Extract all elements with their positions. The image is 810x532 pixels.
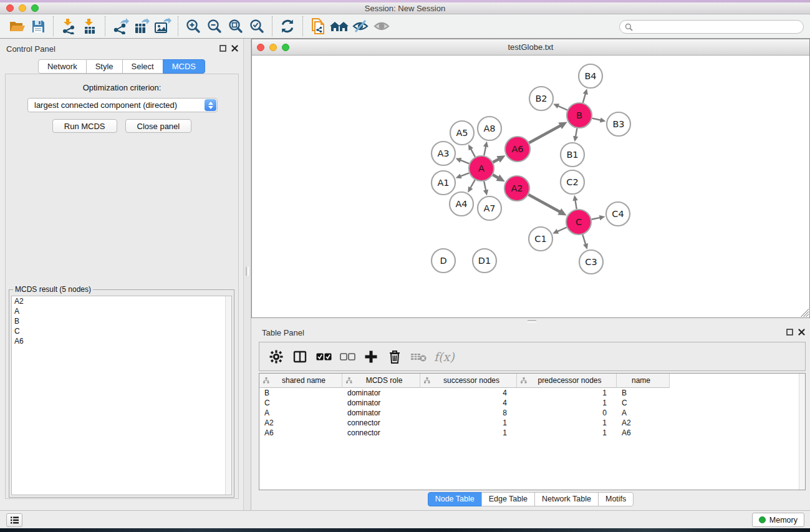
export-network-button[interactable]: [110, 16, 131, 36]
select-all-button[interactable]: [313, 346, 334, 367]
control-panel-tabs: Network Style Select MCDS: [0, 59, 243, 74]
export-image-button[interactable]: [152, 16, 173, 36]
table-row[interactable]: Cdominator41C: [259, 398, 805, 408]
import-table-button[interactable]: [79, 16, 100, 36]
add-column-button[interactable]: [360, 346, 382, 367]
show-graphics-details-button[interactable]: [371, 16, 392, 36]
export-table-icon: [133, 18, 150, 34]
open-session-button[interactable]: [6, 16, 27, 36]
tab-edge-table[interactable]: Edge Table: [481, 492, 535, 506]
graph-node-label: D1: [478, 256, 491, 266]
column-header[interactable]: name: [617, 374, 670, 388]
tab-motifs[interactable]: Motifs: [598, 492, 634, 506]
refresh-button[interactable]: [277, 16, 298, 36]
memory-status-icon: [759, 516, 766, 523]
table-row[interactable]: A2connector11A2: [259, 418, 805, 428]
function-builder-button[interactable]: f(x): [432, 346, 455, 367]
table-cell: 4: [420, 389, 517, 397]
float-panel-icon[interactable]: [219, 45, 226, 52]
result-item[interactable]: C: [12, 326, 231, 336]
graph-node-label: C2: [566, 177, 578, 187]
table-body: Bdominator41BCdominator41CAdominator80AA…: [259, 388, 805, 438]
arrowhead-icon: [583, 243, 588, 249]
result-item[interactable]: B: [12, 316, 231, 326]
table-cell: B: [259, 389, 342, 397]
arrowhead-icon: [573, 136, 578, 142]
memory-button[interactable]: Memory: [752, 513, 804, 527]
duplicate-network-button[interactable]: [307, 16, 329, 36]
table-tabs: Node Table Edge Table Network Table Moti…: [251, 492, 810, 506]
export-table-button[interactable]: [131, 16, 152, 36]
splitter-grip: [246, 267, 249, 276]
refresh-icon: [279, 18, 296, 34]
table-row[interactable]: A6connector11A6: [259, 428, 805, 438]
result-item[interactable]: A2: [12, 296, 231, 306]
zoom-selected-button[interactable]: [246, 16, 268, 36]
resize-grip[interactable]: [801, 309, 809, 317]
arrowhead-icon: [600, 117, 606, 122]
table-row[interactable]: Adominator80A: [259, 408, 805, 418]
mcds-result-title: MCDS result (5 nodes): [13, 285, 93, 294]
graph-edge-A2-C: [528, 195, 562, 213]
column-header[interactable]: successor nodes: [420, 374, 517, 388]
unchecked-checkboxes-icon: [340, 353, 355, 360]
toolbar-separator: [302, 16, 303, 36]
save-session-button[interactable]: [27, 16, 49, 36]
table-cell: 1: [517, 418, 617, 427]
graph-node-label: A5: [456, 128, 468, 138]
tab-network[interactable]: Network: [38, 59, 87, 74]
gear-icon: [269, 350, 283, 364]
arrowhead-icon: [483, 190, 488, 196]
table-cell: 1: [517, 389, 617, 397]
hide-graphics-details-button[interactable]: [350, 16, 371, 36]
vertical-splitter[interactable]: [243, 39, 251, 510]
delete-column-button[interactable]: [384, 346, 405, 367]
task-history-button[interactable]: [6, 513, 22, 527]
import-table-icon: [82, 18, 98, 34]
import-network-button[interactable]: [58, 16, 79, 36]
result-item[interactable]: A: [12, 306, 231, 316]
toolbar-separator: [53, 16, 54, 36]
table-row[interactable]: Bdominator41B: [259, 388, 805, 398]
unselect-all-button[interactable]: [337, 346, 358, 367]
list-icon: [10, 516, 19, 525]
result-scrollbar[interactable]: [225, 296, 231, 495]
control-panel-title: Control Panel: [6, 44, 55, 54]
zoom-fit-button[interactable]: [225, 16, 246, 36]
network-graph: AA1A2A3A4A5A6A7A8BB1B2B3B4CC1C2C3C4DD1: [252, 56, 809, 317]
column-header[interactable]: predecessor nodes: [517, 374, 617, 388]
table-scrollbar[interactable]: [799, 374, 805, 490]
float-panel-icon[interactable]: [786, 329, 793, 336]
tab-network-table[interactable]: Network Table: [534, 492, 599, 506]
zoom-selected-icon: [249, 18, 265, 34]
zoom-out-button[interactable]: [204, 16, 225, 36]
first-neighbors-button[interactable]: [329, 16, 350, 36]
table-cell: 1: [420, 418, 517, 427]
close-panel-icon[interactable]: [798, 329, 805, 336]
close-panel-icon[interactable]: [231, 45, 238, 52]
tab-select[interactable]: Select: [122, 59, 163, 74]
tab-style[interactable]: Style: [86, 59, 123, 74]
horizontal-splitter[interactable]: [251, 318, 810, 324]
graph-node-label: A2: [511, 183, 523, 193]
table-settings-button[interactable]: [266, 346, 287, 367]
zoom-in-button[interactable]: [183, 16, 204, 36]
search-input[interactable]: [636, 21, 803, 32]
control-panel: Control Panel Network Style Select MCDS …: [0, 39, 243, 510]
column-header[interactable]: shared name: [259, 374, 342, 388]
split-columns-button[interactable]: [289, 346, 311, 367]
graph-node-label: B3: [612, 119, 624, 129]
column-header[interactable]: MCDS role: [342, 374, 420, 388]
arrowhead-icon: [583, 89, 588, 95]
tab-node-table[interactable]: Node Table: [428, 492, 482, 506]
optimization-criterion-label: Optimization criterion:: [6, 83, 238, 92]
result-item[interactable]: A6: [12, 336, 231, 346]
splitter-grip: [528, 320, 536, 322]
table-panel: Table Panel f(x) shared n: [251, 324, 810, 510]
criterion-dropdown[interactable]: largest connected component (directed): [27, 98, 218, 112]
delete-table-button[interactable]: [408, 346, 429, 367]
run-mcds-button[interactable]: Run MCDS: [52, 119, 117, 133]
network-canvas[interactable]: AA1A2A3A4A5A6A7A8BB1B2B3B4CC1C2C3C4DD1: [252, 56, 809, 317]
tab-mcds[interactable]: MCDS: [163, 59, 205, 74]
close-panel-button[interactable]: Close panel: [125, 119, 192, 133]
